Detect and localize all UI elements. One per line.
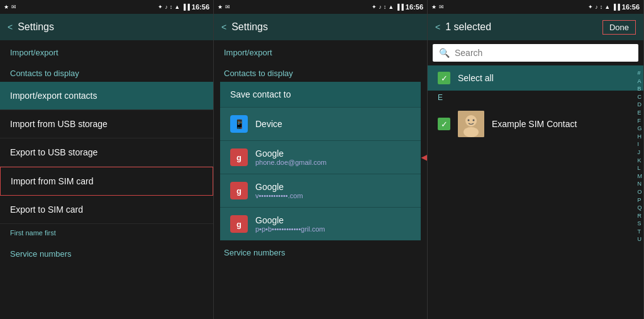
service-numbers-1: Service numbers — [0, 242, 213, 266]
sync-icon-3: ↕ — [600, 4, 603, 10]
alpha-hash: # — [638, 69, 643, 77]
signal-icon: ▐▐ — [182, 4, 190, 10]
save-contact-google-2[interactable]: g Google v••••••••••••.com — [220, 174, 421, 207]
alpha-h[interactable]: H — [638, 133, 643, 141]
alpha-i[interactable]: I — [638, 140, 643, 148]
contact-row-example[interactable]: ✓ Example SIM Contact — [428, 104, 643, 143]
wifi-icon-2: ▲ — [388, 4, 394, 10]
alpha-o[interactable]: O — [638, 188, 643, 196]
alpha-j[interactable]: J — [638, 148, 643, 157]
volume-icon: ♪ — [165, 4, 168, 10]
back-button-2[interactable]: < — [221, 22, 226, 32]
volume-icon-2: ♪ — [379, 4, 382, 10]
time-display-3: 16:56 — [622, 3, 640, 11]
status-bar-left-2: ★ ✉ — [218, 4, 230, 10]
menu-item-export-sim[interactable]: Export to SIM card — [0, 196, 213, 224]
save-contact-dialog: Save contact to 📱 Device g Google phone.… — [220, 82, 421, 240]
notification-icon: ★ — [4, 4, 9, 10]
google-3-sublabel: p•p•b••••••••••••gril.com — [255, 225, 325, 233]
panel-3: ★ ✉ ✦ ♪ ↕ ▲ ▐▐ 16:56 < 1 selected Done 🔍… — [428, 0, 644, 319]
first-name-footer-1: First name first — [0, 224, 213, 242]
message-icon-3: ✉ — [439, 4, 444, 10]
device-label: Device — [255, 119, 282, 129]
notification-icon-2: ★ — [218, 4, 223, 10]
google-2-sublabel: v••••••••••••.com — [255, 192, 303, 199]
alpha-l[interactable]: L — [638, 164, 643, 172]
nav-bar-3: < 1 selected Done — [428, 14, 643, 40]
alpha-u[interactable]: U — [638, 235, 643, 243]
section-header-import-export-2: Import/export — [214, 40, 427, 61]
volume-icon-3: ♪ — [595, 4, 598, 10]
sync-icon-2: ↕ — [384, 4, 387, 10]
status-bar-right-2: ✦ ♪ ↕ ▲ ▐▐ 16:56 — [372, 3, 423, 11]
time-display-2: 16:56 — [406, 3, 423, 11]
svg-point-2 — [464, 127, 479, 137]
selected-count-label: 1 selected — [445, 21, 491, 33]
contact-avatar — [458, 111, 484, 137]
svg-point-1 — [465, 115, 477, 126]
contact-name: Example SIM Contact — [492, 119, 577, 129]
signal-icon-3: ▐▐ — [612, 4, 620, 10]
menu-label-export-usb: Export to USB storage — [10, 147, 97, 157]
contact-checkbox[interactable]: ✓ — [438, 118, 450, 130]
section-header-contacts-2: Contacts to display — [214, 61, 427, 82]
alpha-e[interactable]: E — [638, 109, 643, 117]
wifi-icon-3: ▲ — [604, 4, 610, 10]
alpha-n[interactable]: N — [638, 180, 643, 188]
menu-label-export-sim: Export to SIM card — [10, 204, 83, 215]
bt-icon-2: ✦ — [372, 4, 377, 10]
nav-bar-1: < Settings — [0, 14, 213, 40]
status-bar-left-1: ★ ✉ — [4, 4, 16, 10]
arrow-indicator: ◀ — [421, 149, 428, 165]
alpha-f[interactable]: F — [638, 117, 643, 125]
alphabet-index: # A B C D E F G H I J K L M N O P Q R S … — [638, 69, 643, 243]
status-bar-right-3: ✦ ♪ ↕ ▲ ▐▐ 16:56 — [588, 3, 640, 11]
alpha-c[interactable]: C — [638, 93, 643, 101]
message-icon-2: ✉ — [225, 4, 230, 10]
menu-item-export-usb[interactable]: Export to USB storage — [0, 138, 213, 167]
alpha-d[interactable]: D — [638, 101, 643, 109]
save-contact-device[interactable]: 📱 Device — [220, 107, 421, 140]
google-icon-2: g — [230, 182, 248, 199]
panel-1: ★ ✉ ✦ ♪ ↕ ▲ ▐▐ 16:56 < Settings Import/e… — [0, 0, 214, 319]
status-bar-left-3: ★ ✉ — [431, 4, 444, 10]
alpha-r[interactable]: R — [638, 212, 643, 220]
select-all-label: Select all — [458, 73, 494, 83]
select-all-checkbox[interactable]: ✓ — [438, 72, 450, 84]
alpha-a[interactable]: A — [638, 77, 643, 86]
google-icon-3: g — [230, 215, 248, 233]
alpha-k[interactable]: K — [638, 157, 643, 165]
section-header-contacts-1: Contacts to display — [0, 61, 213, 82]
bt-icon-3: ✦ — [588, 4, 593, 10]
alpha-p[interactable]: P — [638, 196, 643, 204]
alpha-t[interactable]: T — [638, 228, 643, 236]
search-input[interactable] — [455, 48, 632, 58]
menu-label-import-usb: Import from USB storage — [10, 119, 108, 129]
search-icon: 🔍 — [439, 48, 450, 58]
menu-item-import-usb[interactable]: Import from USB storage — [0, 110, 213, 138]
alpha-m[interactable]: M — [638, 172, 643, 181]
done-button[interactable]: Done — [602, 20, 636, 35]
svg-point-4 — [473, 120, 475, 121]
alpha-g[interactable]: G — [638, 125, 643, 133]
menu-item-import-export-contacts[interactable]: Import/export contacts — [0, 82, 213, 110]
back-button-3[interactable]: < — [435, 22, 440, 32]
status-bar-right-1: ✦ ♪ ↕ ▲ ▐▐ 16:56 — [158, 3, 209, 11]
alpha-b[interactable]: B — [638, 85, 643, 93]
google-2-label: Google — [255, 182, 303, 192]
status-bar-3: ★ ✉ ✦ ♪ ↕ ▲ ▐▐ 16:56 — [428, 0, 643, 14]
google-1-label: Google — [255, 148, 326, 159]
message-icon: ✉ — [11, 4, 16, 10]
save-contact-google-3[interactable]: g Google p•p•b••••••••••••gril.com — [220, 207, 421, 240]
back-button-1[interactable]: < — [8, 22, 13, 32]
search-bar[interactable]: 🔍 — [433, 44, 638, 62]
select-all-row[interactable]: ✓ Select all — [428, 65, 643, 91]
save-contact-google-1[interactable]: g Google phone.doe@gmail.com ◀ — [220, 140, 421, 174]
sync-icon: ↕ — [170, 4, 173, 10]
status-bar-1: ★ ✉ ✦ ♪ ↕ ▲ ▐▐ 16:56 — [0, 0, 213, 14]
alpha-q[interactable]: Q — [638, 204, 643, 212]
alpha-s[interactable]: S — [638, 220, 643, 228]
google-3-label: Google — [255, 215, 325, 225]
menu-item-import-sim[interactable]: Import from SIM card — [0, 167, 213, 196]
svg-point-3 — [468, 120, 470, 121]
